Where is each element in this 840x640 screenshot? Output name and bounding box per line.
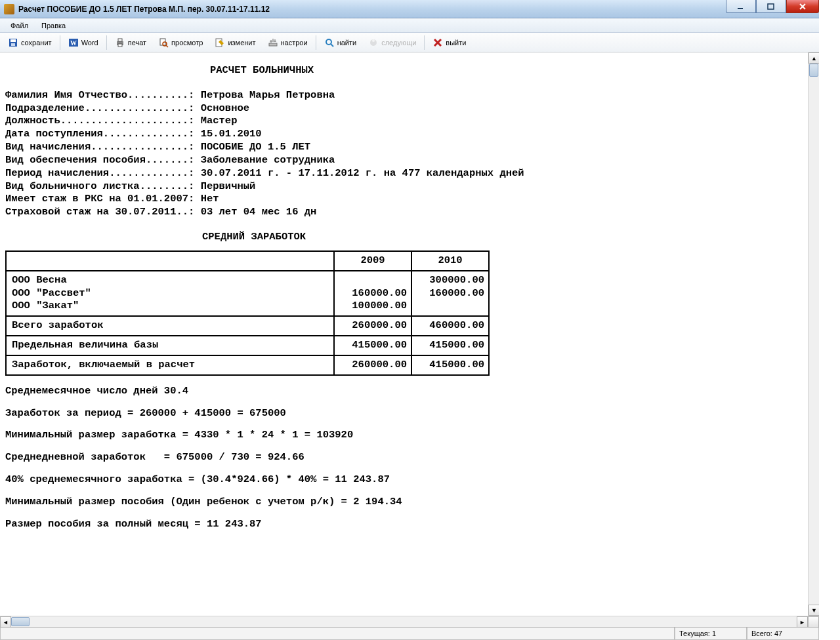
report-line: Фамилия Имя Отчество..........: Петрова … xyxy=(5,89,803,102)
print-icon xyxy=(115,37,125,48)
report-line: Подразделение.................: Основное xyxy=(5,102,803,115)
scroll-up-button[interactable]: ▲ xyxy=(808,52,819,64)
th-year1: 2009 xyxy=(334,251,411,271)
report-line: Вид начисления................: ПОСОБИЕ … xyxy=(5,141,803,154)
status-current: Текущая: 1 xyxy=(675,628,747,640)
report-line: Имеет стаж в РКС на 01.01.2007: Нет xyxy=(5,193,803,206)
save-label: сохранит xyxy=(21,39,52,47)
find-icon xyxy=(324,37,335,48)
calc-line: Среднедневной заработок = 675000 / 730 =… xyxy=(5,451,803,464)
save-icon xyxy=(8,37,18,48)
incl-y1: 260000.00 xyxy=(334,355,411,375)
document-area: РАСЧЕТ БОЛЬНИЧНЫХ Фамилия Имя Отчество..… xyxy=(0,52,819,627)
next-button: следующи xyxy=(363,35,421,50)
print-button[interactable]: печат xyxy=(110,35,152,50)
preview-label: просмотр xyxy=(171,39,203,47)
exit-button[interactable]: выйти xyxy=(427,35,471,50)
svg-rect-14 xyxy=(269,43,277,46)
report-title: РАСЧЕТ БОЛЬНИЧНЫХ xyxy=(5,64,803,77)
svg-rect-9 xyxy=(118,44,122,47)
report-line: Дата поступления..............: 15.01.20… xyxy=(5,128,803,141)
section-title: СРЕДНИЙ ЗАРАБОТОК xyxy=(5,231,803,244)
limit-y2: 415000.00 xyxy=(411,336,489,355)
titlebar: Расчет ПОСОБИЕ ДО 1.5 ЛЕТ Петрова М.П. п… xyxy=(0,0,819,18)
report-line: Вид больничного листка........: Первичны… xyxy=(5,180,803,193)
report-line: Период начисления.............: 30.07.20… xyxy=(5,167,803,180)
maximize-button[interactable] xyxy=(756,0,786,13)
calc-line: Размер пособия за полный месяц = 11 243.… xyxy=(5,518,803,531)
calc-line: 40% среднемесячного заработка = (30.4*92… xyxy=(5,473,803,487)
app-icon xyxy=(4,4,14,14)
th-year2: 2010 xyxy=(411,251,489,271)
scroll-corner xyxy=(808,616,819,627)
toolbar: сохранит W Word печат просмотр изменит н… xyxy=(0,33,819,52)
svg-line-16 xyxy=(331,44,333,47)
vertical-scrollbar[interactable]: ▲ ▼ xyxy=(808,52,819,616)
print-label: печат xyxy=(128,39,146,47)
limit-y1: 415000.00 xyxy=(334,336,411,355)
org-y1: 160000.00 100000.00 xyxy=(334,271,411,316)
next-icon xyxy=(368,37,379,48)
settings-button[interactable]: настрои xyxy=(262,35,313,50)
find-button[interactable]: найти xyxy=(319,35,362,50)
svg-rect-4 xyxy=(11,43,15,46)
total-y2: 460000.00 xyxy=(411,316,489,336)
status-spacer xyxy=(0,628,675,640)
status-total: Всего: 47 xyxy=(747,628,819,640)
earnings-table: 2009 2010 ООО Весна ООО "Рассвет" ООО "З… xyxy=(5,250,490,376)
close-button[interactable] xyxy=(786,0,819,13)
svg-rect-0 xyxy=(738,8,743,9)
scroll-down-button[interactable]: ▼ xyxy=(808,605,819,616)
org-names: ООО Весна ООО "Рассвет" ООО "Закат" xyxy=(6,271,334,316)
org-y2: 300000.00 160000.00 xyxy=(411,271,489,316)
report-line: Вид обеспечения пособия.......: Заболева… xyxy=(5,154,803,167)
word-icon: W xyxy=(68,37,79,48)
svg-text:W: W xyxy=(70,39,77,47)
next-label: следующи xyxy=(381,39,416,47)
scroll-thumb-v[interactable] xyxy=(809,64,818,77)
report-line: Должность.....................: Мастер xyxy=(5,115,803,128)
calc-line: Среднемесячное число дней 30.4 xyxy=(5,385,803,398)
preview-icon xyxy=(158,37,169,48)
calc-line: Минимальный размер заработка = 4330 * 1 … xyxy=(5,429,803,442)
menu-file[interactable]: Файл xyxy=(4,20,35,31)
th-empty xyxy=(6,251,334,271)
svg-point-18 xyxy=(372,39,375,42)
word-button[interactable]: W Word xyxy=(63,35,104,50)
modify-label: изменит xyxy=(228,39,255,47)
exit-label: выйти xyxy=(446,39,466,47)
menu-edit[interactable]: Правка xyxy=(35,20,72,31)
scroll-thumb-h[interactable] xyxy=(11,617,30,626)
word-label: Word xyxy=(81,39,98,47)
window-title: Расчет ПОСОБИЕ ДО 1.5 ЛЕТ Петрова М.П. п… xyxy=(18,5,726,14)
statusbar: Текущая: 1 Всего: 47 xyxy=(0,627,819,640)
svg-rect-3 xyxy=(10,39,16,42)
settings-label: настрои xyxy=(281,39,308,47)
settings-icon xyxy=(268,37,278,48)
svg-point-15 xyxy=(326,39,331,45)
preview-button[interactable]: просмотр xyxy=(153,35,208,50)
report-content: РАСЧЕТ БОЛЬНИЧНЫХ Фамилия Имя Отчество..… xyxy=(0,52,808,616)
total-y1: 260000.00 xyxy=(334,316,411,336)
incl-label: Заработок, включаемый в расчет xyxy=(6,355,334,375)
calc-line: Минимальный размер пособия (Один ребенок… xyxy=(5,496,803,509)
horizontal-scrollbar[interactable]: ◄ ► xyxy=(0,616,819,627)
minimize-button[interactable] xyxy=(726,0,756,13)
menubar: Файл Правка xyxy=(0,18,819,33)
svg-rect-1 xyxy=(768,4,774,9)
edit-icon xyxy=(215,37,225,48)
report-line: Страховой стаж на 30.07.2011..: 03 лет 0… xyxy=(5,206,803,219)
svg-line-12 xyxy=(166,45,168,47)
calc-line: Заработок за период = 260000 + 415000 = … xyxy=(5,407,803,420)
scroll-right-button[interactable]: ► xyxy=(797,616,808,627)
find-label: найти xyxy=(337,39,357,47)
limit-label: Предельная величина базы xyxy=(6,336,334,355)
scroll-left-button[interactable]: ◄ xyxy=(0,616,11,627)
save-button[interactable]: сохранит xyxy=(3,35,57,50)
total-label: Всего заработок xyxy=(6,316,334,336)
modify-button[interactable]: изменит xyxy=(209,35,261,50)
svg-rect-8 xyxy=(118,39,122,41)
incl-y2: 415000.00 xyxy=(411,355,489,375)
exit-icon xyxy=(432,37,443,48)
